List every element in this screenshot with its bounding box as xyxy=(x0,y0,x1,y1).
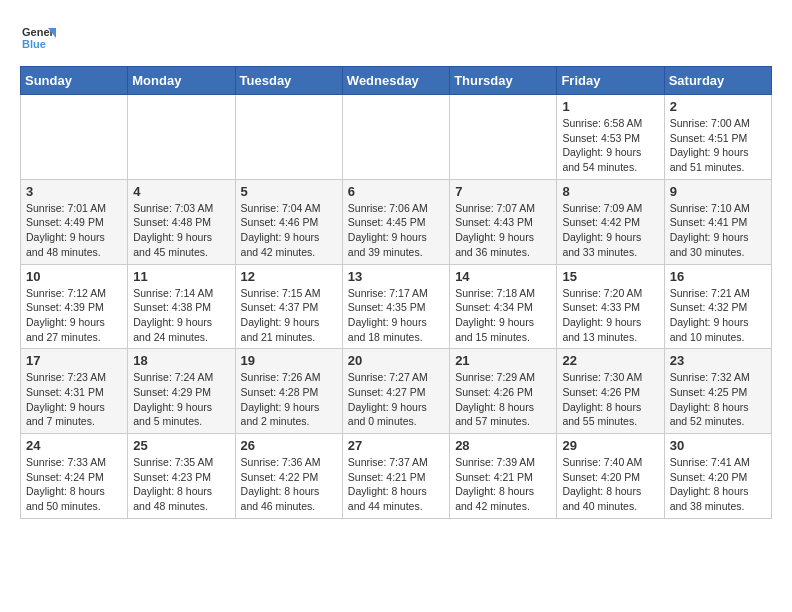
calendar-cell xyxy=(128,95,235,180)
day-number: 7 xyxy=(455,184,551,199)
day-number: 5 xyxy=(241,184,337,199)
day-number: 15 xyxy=(562,269,658,284)
day-number: 14 xyxy=(455,269,551,284)
day-number: 2 xyxy=(670,99,766,114)
weekday-header-sunday: Sunday xyxy=(21,67,128,95)
calendar-cell xyxy=(235,95,342,180)
day-info: Sunrise: 7:07 AM Sunset: 4:43 PM Dayligh… xyxy=(455,201,551,260)
calendar-cell: 4Sunrise: 7:03 AM Sunset: 4:48 PM Daylig… xyxy=(128,179,235,264)
day-number: 23 xyxy=(670,353,766,368)
day-info: Sunrise: 7:06 AM Sunset: 4:45 PM Dayligh… xyxy=(348,201,444,260)
day-info: Sunrise: 7:30 AM Sunset: 4:26 PM Dayligh… xyxy=(562,370,658,429)
day-number: 26 xyxy=(241,438,337,453)
day-number: 1 xyxy=(562,99,658,114)
day-info: Sunrise: 7:32 AM Sunset: 4:25 PM Dayligh… xyxy=(670,370,766,429)
calendar-cell: 6Sunrise: 7:06 AM Sunset: 4:45 PM Daylig… xyxy=(342,179,449,264)
day-number: 22 xyxy=(562,353,658,368)
calendar-cell xyxy=(21,95,128,180)
day-number: 18 xyxy=(133,353,229,368)
calendar-week-5: 24Sunrise: 7:33 AM Sunset: 4:24 PM Dayli… xyxy=(21,434,772,519)
calendar-cell: 30Sunrise: 7:41 AM Sunset: 4:20 PM Dayli… xyxy=(664,434,771,519)
calendar-cell: 22Sunrise: 7:30 AM Sunset: 4:26 PM Dayli… xyxy=(557,349,664,434)
calendar-cell: 15Sunrise: 7:20 AM Sunset: 4:33 PM Dayli… xyxy=(557,264,664,349)
day-info: Sunrise: 7:17 AM Sunset: 4:35 PM Dayligh… xyxy=(348,286,444,345)
calendar-cell: 2Sunrise: 7:00 AM Sunset: 4:51 PM Daylig… xyxy=(664,95,771,180)
weekday-header-monday: Monday xyxy=(128,67,235,95)
calendar-cell: 10Sunrise: 7:12 AM Sunset: 4:39 PM Dayli… xyxy=(21,264,128,349)
day-info: Sunrise: 7:10 AM Sunset: 4:41 PM Dayligh… xyxy=(670,201,766,260)
calendar-cell: 25Sunrise: 7:35 AM Sunset: 4:23 PM Dayli… xyxy=(128,434,235,519)
day-info: Sunrise: 7:09 AM Sunset: 4:42 PM Dayligh… xyxy=(562,201,658,260)
calendar-cell: 7Sunrise: 7:07 AM Sunset: 4:43 PM Daylig… xyxy=(450,179,557,264)
day-info: Sunrise: 7:03 AM Sunset: 4:48 PM Dayligh… xyxy=(133,201,229,260)
day-info: Sunrise: 7:41 AM Sunset: 4:20 PM Dayligh… xyxy=(670,455,766,514)
calendar-week-4: 17Sunrise: 7:23 AM Sunset: 4:31 PM Dayli… xyxy=(21,349,772,434)
calendar-cell: 13Sunrise: 7:17 AM Sunset: 4:35 PM Dayli… xyxy=(342,264,449,349)
day-number: 24 xyxy=(26,438,122,453)
calendar-header-row: SundayMondayTuesdayWednesdayThursdayFrid… xyxy=(21,67,772,95)
day-info: Sunrise: 7:24 AM Sunset: 4:29 PM Dayligh… xyxy=(133,370,229,429)
day-info: Sunrise: 7:01 AM Sunset: 4:49 PM Dayligh… xyxy=(26,201,122,260)
day-info: Sunrise: 7:39 AM Sunset: 4:21 PM Dayligh… xyxy=(455,455,551,514)
day-info: Sunrise: 7:36 AM Sunset: 4:22 PM Dayligh… xyxy=(241,455,337,514)
weekday-header-wednesday: Wednesday xyxy=(342,67,449,95)
day-number: 6 xyxy=(348,184,444,199)
calendar-cell: 23Sunrise: 7:32 AM Sunset: 4:25 PM Dayli… xyxy=(664,349,771,434)
calendar-cell xyxy=(342,95,449,180)
day-info: Sunrise: 7:15 AM Sunset: 4:37 PM Dayligh… xyxy=(241,286,337,345)
page-header: General Blue xyxy=(20,20,772,56)
calendar-cell: 17Sunrise: 7:23 AM Sunset: 4:31 PM Dayli… xyxy=(21,349,128,434)
day-number: 4 xyxy=(133,184,229,199)
weekday-header-friday: Friday xyxy=(557,67,664,95)
svg-text:Blue: Blue xyxy=(22,38,46,50)
day-number: 13 xyxy=(348,269,444,284)
calendar-cell: 1Sunrise: 6:58 AM Sunset: 4:53 PM Daylig… xyxy=(557,95,664,180)
day-info: Sunrise: 7:21 AM Sunset: 4:32 PM Dayligh… xyxy=(670,286,766,345)
calendar-cell: 8Sunrise: 7:09 AM Sunset: 4:42 PM Daylig… xyxy=(557,179,664,264)
day-info: Sunrise: 6:58 AM Sunset: 4:53 PM Dayligh… xyxy=(562,116,658,175)
calendar-cell: 28Sunrise: 7:39 AM Sunset: 4:21 PM Dayli… xyxy=(450,434,557,519)
day-info: Sunrise: 7:00 AM Sunset: 4:51 PM Dayligh… xyxy=(670,116,766,175)
calendar-cell: 19Sunrise: 7:26 AM Sunset: 4:28 PM Dayli… xyxy=(235,349,342,434)
calendar-cell: 14Sunrise: 7:18 AM Sunset: 4:34 PM Dayli… xyxy=(450,264,557,349)
calendar-week-1: 1Sunrise: 6:58 AM Sunset: 4:53 PM Daylig… xyxy=(21,95,772,180)
day-number: 29 xyxy=(562,438,658,453)
day-info: Sunrise: 7:18 AM Sunset: 4:34 PM Dayligh… xyxy=(455,286,551,345)
calendar-cell: 27Sunrise: 7:37 AM Sunset: 4:21 PM Dayli… xyxy=(342,434,449,519)
day-number: 21 xyxy=(455,353,551,368)
svg-text:General: General xyxy=(22,26,56,38)
weekday-header-thursday: Thursday xyxy=(450,67,557,95)
calendar-week-2: 3Sunrise: 7:01 AM Sunset: 4:49 PM Daylig… xyxy=(21,179,772,264)
day-info: Sunrise: 7:14 AM Sunset: 4:38 PM Dayligh… xyxy=(133,286,229,345)
day-info: Sunrise: 7:26 AM Sunset: 4:28 PM Dayligh… xyxy=(241,370,337,429)
calendar-cell: 21Sunrise: 7:29 AM Sunset: 4:26 PM Dayli… xyxy=(450,349,557,434)
calendar-cell: 12Sunrise: 7:15 AM Sunset: 4:37 PM Dayli… xyxy=(235,264,342,349)
day-number: 17 xyxy=(26,353,122,368)
day-info: Sunrise: 7:20 AM Sunset: 4:33 PM Dayligh… xyxy=(562,286,658,345)
calendar-cell: 16Sunrise: 7:21 AM Sunset: 4:32 PM Dayli… xyxy=(664,264,771,349)
weekday-header-saturday: Saturday xyxy=(664,67,771,95)
calendar-cell: 20Sunrise: 7:27 AM Sunset: 4:27 PM Dayli… xyxy=(342,349,449,434)
day-number: 9 xyxy=(670,184,766,199)
day-number: 16 xyxy=(670,269,766,284)
calendar-cell: 18Sunrise: 7:24 AM Sunset: 4:29 PM Dayli… xyxy=(128,349,235,434)
day-info: Sunrise: 7:33 AM Sunset: 4:24 PM Dayligh… xyxy=(26,455,122,514)
calendar-week-3: 10Sunrise: 7:12 AM Sunset: 4:39 PM Dayli… xyxy=(21,264,772,349)
weekday-header-tuesday: Tuesday xyxy=(235,67,342,95)
day-number: 25 xyxy=(133,438,229,453)
calendar-cell: 29Sunrise: 7:40 AM Sunset: 4:20 PM Dayli… xyxy=(557,434,664,519)
day-number: 30 xyxy=(670,438,766,453)
day-number: 11 xyxy=(133,269,229,284)
calendar-cell: 11Sunrise: 7:14 AM Sunset: 4:38 PM Dayli… xyxy=(128,264,235,349)
calendar-cell xyxy=(450,95,557,180)
day-number: 8 xyxy=(562,184,658,199)
day-info: Sunrise: 7:23 AM Sunset: 4:31 PM Dayligh… xyxy=(26,370,122,429)
day-info: Sunrise: 7:29 AM Sunset: 4:26 PM Dayligh… xyxy=(455,370,551,429)
calendar-cell: 5Sunrise: 7:04 AM Sunset: 4:46 PM Daylig… xyxy=(235,179,342,264)
day-info: Sunrise: 7:04 AM Sunset: 4:46 PM Dayligh… xyxy=(241,201,337,260)
day-number: 10 xyxy=(26,269,122,284)
day-number: 28 xyxy=(455,438,551,453)
day-number: 19 xyxy=(241,353,337,368)
logo-icon: General Blue xyxy=(20,20,56,56)
day-number: 12 xyxy=(241,269,337,284)
